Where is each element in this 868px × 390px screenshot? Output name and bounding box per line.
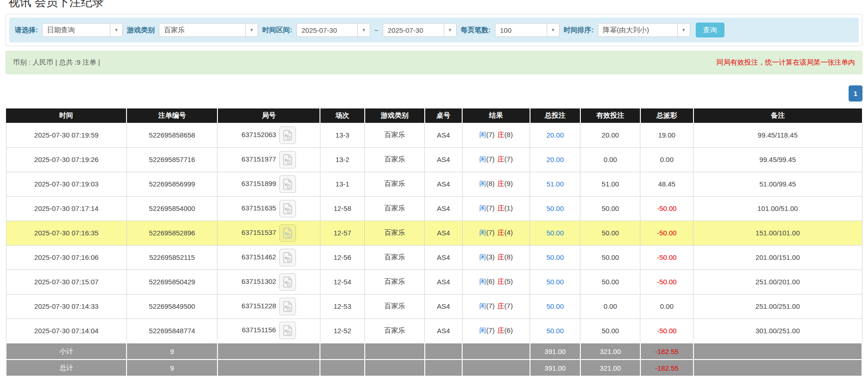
total-bet-link[interactable]: 20.00 <box>546 131 564 139</box>
valid-bet-sum: 321.00 <box>580 343 640 360</box>
column-header-10: 备注 <box>693 108 862 123</box>
total-bet-link[interactable]: 50.00 <box>546 278 564 286</box>
table-row: 2025-07-30 07:19:03 522695856999 6371518… <box>6 172 862 196</box>
page: 视讯 会员下注纪录 请选择: 日期查询 ▼ 游戏类别 百家乐 ▼ 时间区间: 2… <box>0 0 868 377</box>
caret-down-icon: ▼ <box>110 24 122 36</box>
result-player-score: (7) <box>486 326 494 334</box>
cell-total-bet: 20.00 <box>530 123 580 147</box>
date-to-select[interactable]: 2025-07-30 ▼ <box>383 23 457 37</box>
query-type-value: 日期查询 <box>42 26 110 35</box>
cell-session: 13-3 <box>320 123 364 147</box>
result-player-score: (7) <box>486 155 494 163</box>
sort-select[interactable]: 降幂(由大到小) ▼ <box>598 23 690 37</box>
cell-valid-bet: 50.00 <box>580 221 640 245</box>
cell-table-no: AS4 <box>425 147 463 172</box>
cell-session: 12-58 <box>320 196 364 221</box>
video-replay-button[interactable] <box>279 175 296 193</box>
cell-table-no: AS4 <box>425 318 463 343</box>
cell-game-type: 百家乐 <box>365 318 425 343</box>
table-row: 2025-07-30 07:16:06 522695852115 6371514… <box>6 245 862 270</box>
cell-table-no: AS4 <box>425 221 463 245</box>
cell-remark: 251.00/201.00 <box>693 270 862 294</box>
round-id-value: 637151302 <box>241 277 276 285</box>
round-id-value: 637151977 <box>241 155 276 162</box>
result-banker: 庄 <box>497 204 504 212</box>
result-player: 闲 <box>479 204 486 212</box>
currency-summary: 币别 : 人民币 | 总共 :9 注单 | <box>13 58 100 67</box>
result-banker-score: (8) <box>504 131 512 138</box>
total-bet-link[interactable]: 50.00 <box>546 204 564 212</box>
query-type-select[interactable]: 日期查询 ▼ <box>42 23 123 37</box>
result-banker: 庄 <box>497 277 504 285</box>
film-document-icon <box>283 252 292 263</box>
table-total-row: 总计 9 391.00 321.00 -182.55 <box>6 360 862 376</box>
video-replay-button[interactable] <box>279 322 296 339</box>
total-empty-game <box>365 343 425 360</box>
total-bet-link[interactable]: 50.00 <box>546 302 564 310</box>
total-bet-link[interactable]: 51.00 <box>546 180 564 188</box>
cell-session: 12-53 <box>320 294 364 318</box>
query-button[interactable]: 查询 <box>696 23 724 37</box>
result-banker: 庄 <box>497 180 504 187</box>
result-player: 闲 <box>479 253 486 261</box>
round-id-value: 637151635 <box>241 204 276 211</box>
table-row: 2025-07-30 07:19:26 522695857716 6371519… <box>6 147 862 172</box>
cell-session: 12-52 <box>320 318 364 343</box>
per-page-value: 100 <box>495 26 547 34</box>
cell-bet-id: 522695849500 <box>127 294 217 318</box>
video-replay-button[interactable] <box>279 126 296 144</box>
video-replay-button[interactable] <box>279 224 296 242</box>
cell-valid-bet: 50.00 <box>580 245 640 270</box>
cell-bet-id: 522695857716 <box>127 147 217 172</box>
video-replay-button[interactable] <box>279 200 296 217</box>
video-replay-button[interactable] <box>279 151 296 168</box>
total-empty-round <box>217 360 320 376</box>
video-replay-button[interactable] <box>279 273 296 291</box>
result-player-score: (3) <box>486 253 494 261</box>
cell-bet-id: 522695848774 <box>127 318 217 343</box>
cell-game-type: 百家乐 <box>365 147 425 172</box>
column-header-7: 总投注 <box>530 108 580 123</box>
pagination: 1 <box>6 85 862 102</box>
total-bet-link[interactable]: 50.00 <box>546 253 564 261</box>
cell-valid-bet: 20.00 <box>580 123 640 147</box>
video-replay-button[interactable] <box>279 249 296 266</box>
table-header-row: 时间注单编号局号场次游戏类别桌号结果总投注有效投注总派彩备注 <box>6 108 862 123</box>
result-player: 闲 <box>479 155 486 163</box>
range-separator: ~ <box>374 26 379 34</box>
date-from-select[interactable]: 2025-07-30 ▼ <box>296 23 370 37</box>
cell-total-bet: 50.00 <box>530 245 580 270</box>
cell-time: 2025-07-30 07:14:04 <box>6 318 127 343</box>
game-type-select[interactable]: 百家乐 ▼ <box>159 23 258 37</box>
result-player: 闲 <box>479 180 486 187</box>
cell-result: 闲(7)庄(8) <box>462 123 530 147</box>
cell-total-bet: 50.00 <box>530 270 580 294</box>
cell-remark: 251.00/251.00 <box>693 294 862 318</box>
per-page-select[interactable]: 100 ▼ <box>495 23 560 37</box>
caret-down-icon: ▼ <box>677 24 690 36</box>
table-row: 2025-07-30 07:15:07 522695850429 6371513… <box>6 270 862 294</box>
total-count: 9 <box>127 360 217 376</box>
caret-down-icon: ▼ <box>547 24 559 36</box>
film-document-icon <box>283 179 292 190</box>
video-replay-button[interactable] <box>279 298 296 315</box>
cell-time: 2025-07-30 07:16:06 <box>6 245 127 270</box>
cell-valid-bet: 50.00 <box>580 270 640 294</box>
payout-sum: -182.55 <box>640 360 693 376</box>
cell-payout: -50.00 <box>640 270 693 294</box>
total-bet-link[interactable]: 20.00 <box>546 156 564 163</box>
result-player-score: (8) <box>486 180 494 187</box>
game-type-value: 百家乐 <box>159 26 245 35</box>
total-bet-link[interactable]: 50.00 <box>546 229 564 237</box>
table-body: 2025-07-30 07:19:59 522695858658 6371520… <box>6 123 862 376</box>
table-row: 2025-07-30 07:17:14 522695854000 6371516… <box>6 196 862 221</box>
cell-session: 12-57 <box>320 221 364 245</box>
cell-session: 12-56 <box>320 245 364 270</box>
total-bet-link[interactable]: 50.00 <box>546 327 564 335</box>
cell-game-type: 百家乐 <box>365 123 425 147</box>
cell-payout: -50.00 <box>640 196 693 221</box>
page-number-button[interactable]: 1 <box>849 85 862 102</box>
cell-valid-bet: 50.00 <box>580 318 640 343</box>
cell-bet-id: 522695856999 <box>127 172 217 196</box>
cell-bet-id: 522695852896 <box>127 221 217 245</box>
